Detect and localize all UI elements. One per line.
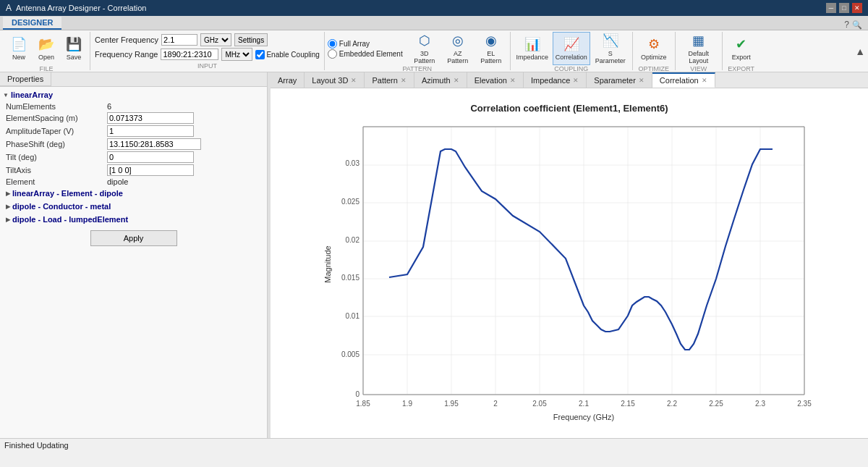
table-row: PhaseShift (deg) [3,138,264,151]
tab-label: Elevation [475,76,507,85]
default-layout-button[interactable]: ▦ Default Layout [678,32,719,65]
prop-name: TiltAxis [3,164,104,177]
center-freq-unit-select[interactable]: GHzMHz [200,33,231,46]
phase-shift-input[interactable] [107,138,201,150]
tab-array[interactable]: Array [271,72,305,88]
tab-impedance[interactable]: Impedance✕ [524,72,587,88]
3d-pattern-button[interactable]: ⬡ 3D Pattern [409,32,441,65]
expand-icon: ▶ [6,190,10,197]
freq-range-label: Frequency Range [95,50,158,59]
correlation-button[interactable]: 📈 Correlation [553,32,590,65]
svg-text:0.025: 0.025 [341,198,359,206]
tab-layout3d[interactable]: Layout 3D✕ [305,72,365,88]
tab-close-pattern[interactable]: ✕ [401,77,407,84]
open-button[interactable]: 📂 Open [33,32,59,65]
sparameter-button[interactable]: 📉 S Parameter [592,32,629,65]
tab-close-elevation[interactable]: ✕ [510,77,516,84]
tab-label: Azimuth [422,76,451,85]
tab-correlation[interactable]: Correlation✕ [652,72,715,88]
dipole-conductor-section[interactable]: ▶ dipole - Conductor - metal [3,201,264,211]
left-panel: Properties ▼ linearArray NumElements 6 E… [0,72,268,438]
linear-array-props: NumElements 6 ElementSpacing (m) Amplitu… [3,101,264,187]
prop-name: Tilt (deg) [3,151,104,164]
element-value: dipole [107,177,128,186]
tab-close-layout3d[interactable]: ✕ [351,77,357,84]
element-spacing-input[interactable] [107,112,194,124]
center-freq-label: Center Frequency [95,35,158,44]
table-row: ElementSpacing (m) [3,112,264,125]
embedded-element-radio[interactable] [328,49,337,59]
svg-text:0.015: 0.015 [341,274,359,282]
tab-label: Sparameter [594,76,635,85]
apply-button[interactable]: Apply [90,230,177,246]
full-array-radio-label[interactable]: Full Array [328,39,403,49]
linear-array-section: ▼ linearArray NumElements 6 ElementSpaci… [3,90,264,187]
impedance-icon: 📊 [524,36,540,52]
tab-sparameter[interactable]: Sparameter✕ [587,72,652,88]
impedance-button[interactable]: 📊 Impedance [514,32,551,65]
tilt-input[interactable] [107,151,194,163]
tab-close-correlation[interactable]: ✕ [702,77,707,84]
title-bar-text: Antenna Array Designer - Correlation [16,4,146,12]
minimize-button[interactable]: ─ [826,3,836,13]
prop-name: AmplitudeTaper (V) [3,125,104,138]
sparameter-icon: 📉 [603,33,618,49]
tilt-axis-input[interactable] [107,164,194,176]
prop-value: 6 [107,102,111,111]
embedded-element-radio-label[interactable]: Embedded Element [328,49,403,59]
dipole-load-section[interactable]: ▶ dipole - Load - lumpedElement [3,214,264,224]
save-button[interactable]: 💾 Save [61,32,87,65]
tab-pattern[interactable]: Pattern✕ [365,72,414,88]
settings-button[interactable]: Settings [234,33,268,46]
enable-coupling-label: Enable Coupling [266,51,319,59]
enable-coupling-checkbox[interactable] [255,50,265,59]
svg-text:1.85: 1.85 [356,400,370,408]
toolbar-collapse-button[interactable]: ▲ [855,46,865,57]
search-icon[interactable]: 🔍 [852,20,862,30]
open-icon: 📂 [38,36,54,52]
properties-content: ▼ linearArray NumElements 6 ElementSpaci… [0,87,267,438]
full-array-radio[interactable] [328,39,337,49]
svg-text:1.9: 1.9 [402,400,412,408]
el-pattern-button[interactable]: ◉ EL Pattern [475,32,507,65]
prop-name: NumElements [3,101,104,112]
maximize-button[interactable]: □ [839,3,849,13]
az-pattern-button[interactable]: ◎ AZ Pattern [442,32,474,65]
optimize-icon: ⚙ [648,36,660,52]
svg-text:0.02: 0.02 [346,236,360,244]
tab-close-sparameter[interactable]: ✕ [639,77,644,84]
tab-close-impedance[interactable]: ✕ [573,77,579,84]
new-button[interactable]: 📄 New [6,32,32,65]
svg-text:2.2: 2.2 [667,400,677,408]
status-message: Finished Updating [4,441,69,450]
linear-array-header[interactable]: ▼ linearArray [3,90,264,100]
freq-range-input[interactable] [161,49,218,60]
table-row: TiltAxis [3,164,264,177]
title-bar: A Antenna Array Designer - Correlation ─… [0,0,868,16]
expand-icon: ▶ [6,216,10,223]
close-button[interactable]: ✕ [852,3,862,13]
default-layout-icon: ▦ [692,33,705,49]
table-row: Element dipole [3,177,264,187]
optimize-button[interactable]: ⚙ Optimize [636,32,672,65]
linear-array-expand-icon: ▼ [3,92,9,98]
designer-tab[interactable]: DESIGNER [3,17,61,30]
tab-close-azimuth[interactable]: ✕ [454,77,459,84]
svg-text:2.1: 2.1 [579,400,589,408]
help-icon[interactable]: ? [844,20,849,30]
chart-title: Correlation coefficient (Element1, Eleme… [470,103,668,114]
expand-icon: ▶ [6,203,10,210]
linear-array-element-section[interactable]: ▶ linearArray - Element - dipole [3,188,264,198]
properties-tab[interactable]: Properties [0,72,51,86]
export-button[interactable]: ✔ Export [726,32,757,65]
amplitude-taper-input[interactable] [107,125,194,137]
center-freq-input[interactable] [161,34,197,46]
tab-elevation[interactable]: Elevation✕ [467,72,524,88]
freq-range-unit-select[interactable]: MHzGHz [221,48,252,61]
3d-pattern-icon: ⬡ [419,33,430,49]
table-row: NumElements 6 [3,101,264,112]
svg-text:2: 2 [493,400,498,408]
linear-array-label: linearArray [11,91,53,99]
tab-azimuth[interactable]: Azimuth✕ [414,72,467,88]
tab-bar: ArrayLayout 3D✕Pattern✕Azimuth✕Elevation… [271,72,868,88]
